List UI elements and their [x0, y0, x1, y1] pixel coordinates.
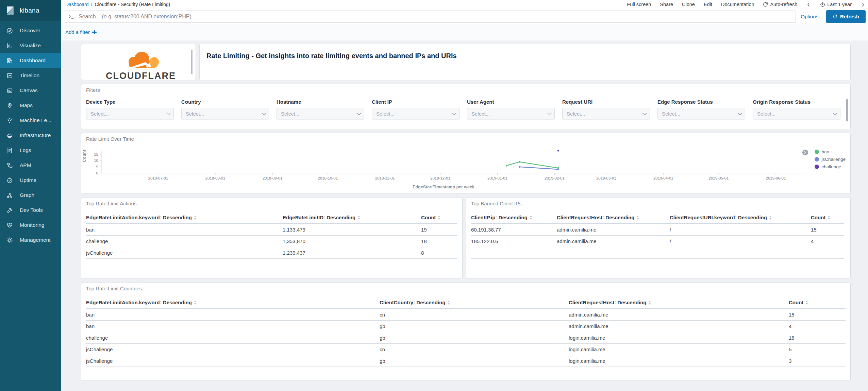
- column-sort-header[interactable]: EdgeRateLimitAction.keyword: Descending: [86, 300, 197, 305]
- column-sort-header[interactable]: ClientRequestURI.keyword: Descending: [670, 215, 772, 220]
- column-sort-header[interactable]: Count: [421, 215, 440, 220]
- sidebar-item-canvas[interactable]: Canvas: [0, 83, 61, 98]
- chevron-down-icon: [262, 111, 266, 115]
- column-sort-header[interactable]: Count: [789, 300, 808, 305]
- user-agent-select[interactable]: Select...: [467, 108, 555, 119]
- legend-dot: [815, 150, 819, 154]
- sidebar-item-discover[interactable]: Discover: [0, 23, 61, 38]
- graph-nodes-icon: [6, 192, 13, 199]
- top-rate-limit-actions-panel: Top Rate Limit Actions EdgeRateLimitActi…: [81, 197, 463, 279]
- column-sort-header[interactable]: ClientCountry: Descending: [380, 300, 450, 305]
- canvas-icon: [6, 87, 13, 94]
- timelion-icon: [6, 72, 13, 79]
- sidebar-item-management[interactable]: Management: [0, 233, 61, 248]
- time-back-chevron-icon[interactable]: [806, 2, 811, 7]
- hostname-select[interactable]: Select...: [277, 108, 364, 119]
- svg-text:2018-07-01: 2018-07-01: [148, 176, 168, 180]
- edge-response-status-select[interactable]: Select...: [657, 108, 745, 119]
- table-row: bancnadmin.camilia.me15: [86, 309, 846, 320]
- gear-icon: [6, 237, 13, 243]
- panel-scrollbar[interactable]: [191, 50, 193, 74]
- uptime-check-icon: [6, 177, 13, 184]
- sidebar-item-logs[interactable]: Logs: [0, 143, 61, 158]
- filter-controls: Device Type Select... Country Select... …: [81, 93, 850, 119]
- table-row: jsChallengecnlogin.camilia.me5: [86, 343, 846, 355]
- kibana-logo-icon: [5, 5, 16, 16]
- plus-icon: [92, 30, 97, 34]
- sort-icon: [648, 301, 651, 305]
- breadcrumb-separator: /: [91, 2, 93, 7]
- sidebar-item-monitoring[interactable]: Monitoring: [0, 218, 61, 233]
- column-sort-header[interactable]: ClientRequestHost: Descending: [569, 300, 651, 305]
- column-sort-header[interactable]: EdgeRateLimitID: Descending: [283, 215, 360, 220]
- legend-toggle-icon[interactable]: [802, 150, 808, 155]
- sort-icon: [636, 216, 639, 220]
- top-nav: Full screen Share Clone Edit Documentati…: [627, 2, 866, 7]
- table-row: jsChallengegblogin.camilia.me3: [86, 355, 846, 367]
- edit-button[interactable]: Edit: [704, 2, 712, 7]
- auto-refresh-button[interactable]: Auto-refresh: [763, 2, 797, 7]
- column-sort-header[interactable]: EdgeRateLimitAction.keyword: Descending: [86, 215, 197, 220]
- column-sort-header[interactable]: Count: [811, 215, 830, 220]
- clock-icon: [820, 2, 825, 7]
- dashboard-description: Rate Limiting - Get insights into rate l…: [200, 44, 850, 60]
- device-type-select[interactable]: Select...: [86, 108, 174, 119]
- filter-edge-response-status: Edge Response Status Select...: [657, 99, 745, 119]
- column-sort-header[interactable]: ClientRequestHost: Descending: [557, 215, 639, 220]
- full-screen-button[interactable]: Full screen: [627, 2, 651, 7]
- sidebar-item-apm[interactable]: APM: [0, 158, 61, 173]
- add-filter-button[interactable]: Add a filter: [65, 29, 97, 35]
- table-row: 185.122.0.6admin.camilia.me/4: [471, 235, 844, 247]
- column-sort-header[interactable]: ClientIP.ip: Descending: [471, 215, 532, 220]
- documentation-link[interactable]: Documentation: [721, 2, 754, 7]
- logs-document-icon: [6, 147, 13, 154]
- panel-scrollbar[interactable]: [846, 99, 848, 121]
- banned-ips-table: ClientIP.ip: Descending ClientRequestHos…: [471, 215, 844, 270]
- search-input[interactable]: [79, 14, 791, 20]
- table-row: bangbadmin.camilia.me4: [86, 320, 846, 332]
- wrench-icon: [6, 207, 13, 214]
- clone-button[interactable]: Clone: [682, 2, 695, 7]
- legend-item-jschallenge[interactable]: jsChallenge: [815, 157, 846, 162]
- empty-table-row: [471, 258, 844, 270]
- sidebar-item-dashboard[interactable]: Dashboard: [0, 53, 61, 68]
- sidebar-item-infrastructure[interactable]: Infrastructure: [0, 128, 61, 143]
- sort-icon: [805, 301, 808, 305]
- legend-item-challenge[interactable]: challenge: [815, 164, 846, 169]
- country-select[interactable]: Select...: [181, 108, 269, 119]
- origin-response-status-select[interactable]: Select...: [753, 108, 840, 119]
- svg-text:2019-06-01: 2019-06-01: [766, 176, 786, 180]
- auto-refresh-icon: [763, 2, 768, 7]
- rate-limit-chart-panel: Rate Limit Over Time Count 0510152018-07…: [81, 133, 851, 194]
- sidebar-nav: Discover Visualize Dashboard Timelion Ca…: [0, 21, 61, 248]
- top-banned-client-ips-panel: Top Banned Client IPs ClientIP.ip: Desce…: [466, 197, 851, 279]
- panel-title: Filters: [81, 84, 850, 93]
- options-link[interactable]: Options: [801, 14, 818, 19]
- svg-text:2018-10-01: 2018-10-01: [318, 176, 338, 180]
- sidebar-item-dev-tools[interactable]: Dev Tools: [0, 203, 61, 218]
- search-input-box[interactable]: [64, 11, 796, 23]
- sidebar-item-maps[interactable]: Maps: [0, 98, 61, 113]
- legend-dot: [815, 157, 819, 162]
- sort-icon: [194, 216, 197, 220]
- sidebar-item-graph[interactable]: Graph: [0, 188, 61, 203]
- filter-bar: Add a filter: [61, 24, 868, 40]
- request-uri-select[interactable]: Select...: [562, 108, 650, 119]
- time-forward-chevron-icon[interactable]: [861, 2, 866, 7]
- refresh-button[interactable]: Refresh: [826, 10, 866, 23]
- sidebar-item-timelion[interactable]: Timelion: [0, 68, 61, 83]
- kibana-logo[interactable]: kibana: [0, 0, 61, 21]
- sidebar-item-visualize[interactable]: Visualize: [0, 38, 61, 53]
- main-area: Dashboard / Cloudflare - Security (Rate …: [61, 0, 868, 391]
- search-bar: Options Refresh: [61, 9, 868, 24]
- sidebar-item-uptime[interactable]: Uptime: [0, 173, 61, 188]
- sort-icon: [447, 301, 450, 305]
- breadcrumb-dashboard-link[interactable]: Dashboard: [65, 2, 89, 7]
- share-button[interactable]: Share: [660, 2, 673, 7]
- sidebar-item-machine-learning[interactable]: Machine Le...: [0, 113, 61, 128]
- chevron-down-icon: [357, 111, 361, 115]
- client-ip-select[interactable]: Select...: [372, 108, 460, 119]
- svg-text:2019-04-01: 2019-04-01: [653, 176, 673, 180]
- time-range-picker[interactable]: Last 1 year: [820, 2, 852, 7]
- legend-item-ban[interactable]: ban: [815, 149, 846, 154]
